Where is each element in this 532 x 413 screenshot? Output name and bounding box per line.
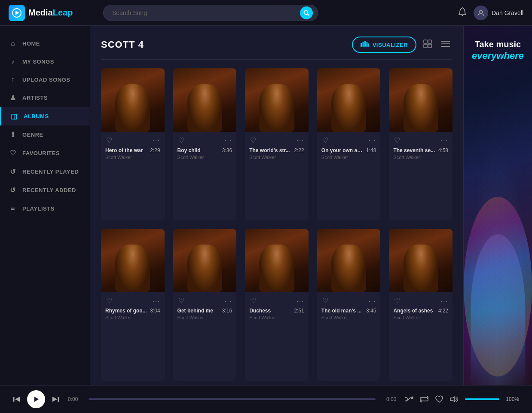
- song-artist: Scott Walker: [177, 315, 232, 320]
- sidebar-label-upload-songs: UPLOAD SONGS: [22, 76, 70, 83]
- song-duration: 3:16: [222, 308, 232, 314]
- song-actions: ♡ ···: [393, 296, 448, 306]
- svg-rect-12: [424, 40, 427, 43]
- heart-button[interactable]: ♡: [249, 296, 257, 306]
- page-title: SCOTT 4: [101, 39, 144, 50]
- album-art: [245, 68, 309, 132]
- song-duration: 4:22: [438, 308, 448, 314]
- sidebar-item-favourites[interactable]: ♡ FAVOURITES: [0, 144, 90, 162]
- svg-rect-15: [428, 44, 431, 48]
- sidebar-icon-albums: ◫: [10, 112, 18, 120]
- heart-button[interactable]: ♡: [105, 135, 113, 145]
- repeat-button[interactable]: [420, 396, 428, 403]
- heart-button[interactable]: ♡: [249, 135, 257, 145]
- sidebar-item-recently-added[interactable]: ↺ RECENTLY ADDED: [0, 181, 90, 199]
- shuffle-button[interactable]: [405, 396, 413, 403]
- song-name: The old man's ...: [321, 308, 364, 314]
- sidebar-icon-recently-played: ↺: [9, 168, 17, 176]
- song-thumbnail: SCOTT 4: [317, 229, 381, 293]
- song-actions: ♡ ···: [177, 135, 232, 145]
- divider: [101, 59, 453, 60]
- list-view-button[interactable]: [439, 37, 453, 52]
- song-duration: 4:58: [438, 147, 448, 153]
- song-title-row: The old man's ... 3:45: [321, 308, 376, 314]
- ad-banner: Take music everywhere: [464, 26, 532, 385]
- heart-button[interactable]: ♡: [105, 296, 113, 306]
- sidebar-item-my-songs[interactable]: ♪ MY SONGS: [0, 52, 90, 70]
- song-actions: ♡ ···: [249, 296, 304, 306]
- sidebar-item-recently-played[interactable]: ↺ RECENTLY PLAYED: [0, 162, 90, 181]
- player-controls: [13, 390, 59, 408]
- song-title-row: Duchess 2:51: [249, 308, 304, 314]
- song-card[interactable]: SCOTT 4 ♡ ··· The old man's ... 3:45 Sco…: [317, 229, 381, 381]
- grid-view-button[interactable]: [421, 37, 434, 53]
- song-duration: 1:48: [366, 147, 376, 153]
- more-button[interactable]: ···: [297, 137, 304, 144]
- more-button[interactable]: ···: [369, 137, 376, 144]
- search-input[interactable]: [103, 5, 318, 21]
- song-card[interactable]: SCOTT 4 ♡ ··· Get behind me 3:16 Scott W…: [173, 229, 237, 381]
- sidebar-item-playlists[interactable]: ≡ PLAYLISTS: [0, 199, 90, 217]
- heart-button[interactable]: ♡: [177, 296, 185, 306]
- logo-icon: [9, 5, 25, 21]
- volume-percent: 100%: [506, 396, 519, 402]
- more-button[interactable]: ···: [153, 137, 160, 144]
- volume-bar[interactable]: [465, 398, 499, 400]
- song-thumbnail: SCOTT 4: [101, 229, 165, 293]
- volume-button[interactable]: [450, 396, 459, 403]
- favorite-button[interactable]: [435, 395, 443, 403]
- sidebar-item-albums[interactable]: ◫ ALBUMS: [0, 107, 90, 125]
- album-art: [389, 68, 453, 132]
- song-card[interactable]: SCOTT 4 ♡ ··· Hero of the war 2:29 Scott…: [101, 68, 165, 220]
- song-title-row: The seventh se... 4:58: [393, 147, 448, 153]
- song-grid: SCOTT 4 ♡ ··· Hero of the war 2:29 Scott…: [101, 68, 453, 381]
- sidebar-item-artists[interactable]: ♟ ARTISTS: [0, 89, 90, 107]
- progress-bar[interactable]: [89, 398, 376, 400]
- song-actions: ♡ ···: [105, 135, 160, 145]
- svg-point-6: [479, 10, 483, 14]
- figure-silhouette: [404, 245, 438, 292]
- svg-rect-7: [361, 43, 362, 47]
- song-card[interactable]: SCOTT 4 ♡ ··· Duchess 2:51 Scott Walker: [245, 229, 309, 381]
- song-card[interactable]: SCOTT 4 ♡ ··· On your own ag... 1:48 Sco…: [317, 68, 381, 220]
- sidebar-item-upload-songs[interactable]: ↑ UPLOAD SONGS: [0, 70, 90, 89]
- heart-button[interactable]: ♡: [393, 135, 401, 145]
- ad-figure: [464, 134, 532, 385]
- next-button[interactable]: [52, 395, 59, 403]
- more-button[interactable]: ···: [440, 297, 448, 304]
- heart-button[interactable]: ♡: [321, 135, 329, 145]
- total-time: 0:00: [386, 396, 396, 402]
- song-card[interactable]: SCOTT 4 ♡ ··· Rhymes of goo... 3:04 Scot…: [101, 229, 165, 381]
- sidebar-item-genre[interactable]: ℹ GENRE: [0, 125, 90, 144]
- song-thumbnail: SCOTT 4: [389, 229, 453, 293]
- play-button[interactable]: [27, 390, 45, 408]
- song-card[interactable]: SCOTT 4 ♡ ··· Boy child 3:36 Scott Walke…: [173, 68, 237, 220]
- song-card[interactable]: SCOTT 4 ♡ ··· Angels of ashes 4:22 Scott…: [389, 229, 453, 381]
- more-button[interactable]: ···: [153, 297, 160, 304]
- search-button[interactable]: [300, 6, 313, 19]
- ad-person: [471, 234, 525, 385]
- more-button[interactable]: ···: [225, 137, 232, 144]
- song-info: ♡ ··· The seventh se... 4:58 Scott Walke…: [389, 132, 453, 164]
- heart-button[interactable]: ♡: [177, 135, 185, 145]
- song-name: The world's str...: [249, 147, 292, 153]
- sidebar-label-recently-played: RECENTLY PLAYED: [22, 168, 79, 175]
- heart-button[interactable]: ♡: [393, 296, 401, 306]
- notifications-button[interactable]: [458, 7, 467, 18]
- more-button[interactable]: ···: [225, 297, 232, 304]
- visualizer-button[interactable]: VISUALIZER: [352, 37, 416, 53]
- ad-panel: Take music everywhere: [463, 26, 532, 385]
- user-info[interactable]: Dan Gravell: [474, 6, 523, 20]
- sidebar-item-home[interactable]: ⌂ HOME: [0, 34, 90, 52]
- current-time: 0:00: [68, 396, 78, 402]
- song-card[interactable]: SCOTT 4 ♡ ··· The world's str... 2:22 Sc…: [245, 68, 309, 220]
- more-button[interactable]: ···: [440, 137, 448, 144]
- more-button[interactable]: ···: [369, 297, 376, 304]
- prev-button[interactable]: [13, 395, 21, 403]
- song-card[interactable]: SCOTT 4 ♡ ··· The seventh se... 4:58 Sco…: [389, 68, 453, 220]
- more-button[interactable]: ···: [297, 297, 304, 304]
- header-actions: VISUALIZER: [352, 37, 453, 53]
- heart-button[interactable]: ♡: [321, 296, 329, 306]
- album-art: [317, 229, 381, 293]
- figure-silhouette: [115, 245, 150, 292]
